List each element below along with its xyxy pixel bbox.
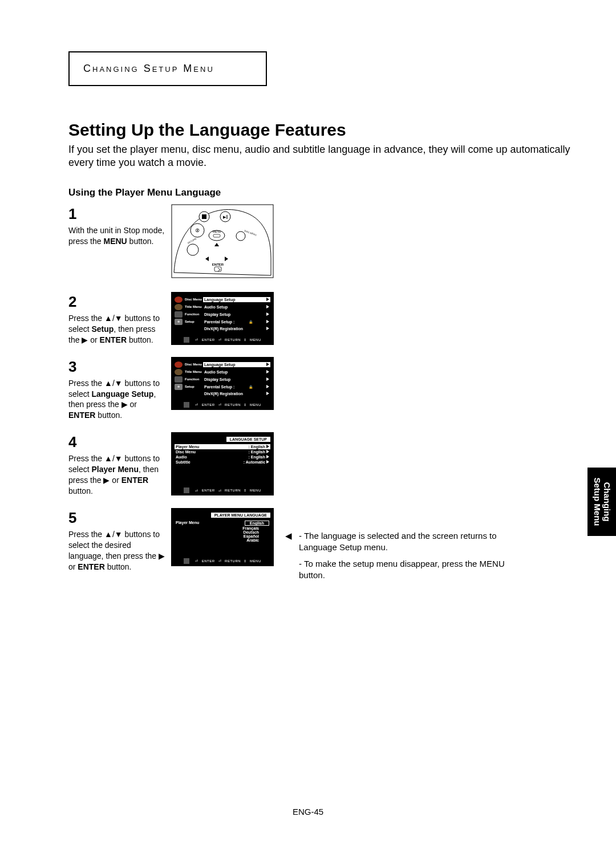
osd-item-audio-setup: Audio Setup <box>203 304 270 310</box>
osd-lang-espanol: Español <box>175 534 270 538</box>
intro-paragraph: If you set the player menu, disc menu, a… <box>68 143 582 170</box>
page-number: ENG-45 <box>0 807 616 816</box>
svg-text:MENU: MENU <box>213 230 221 233</box>
step-2-text: 2 Press the ▲/▼ buttons to select Setup,… <box>68 292 165 346</box>
svg-point-12 <box>236 231 245 241</box>
manual-page: Changing Setup Menu Setting Up the Langu… <box>0 0 616 845</box>
step-1: 1 With the unit in Stop mode, press the … <box>68 204 582 281</box>
disc-menu-icon <box>175 296 183 303</box>
dpad-icon <box>184 558 189 564</box>
left-arrow-icon: ◀ <box>285 530 299 542</box>
step-3-text: 3 Press the ▲/▼ buttons to select Langua… <box>68 357 165 421</box>
osd-setup-menu-2: Disc Menu Language Setup Title Menu Audi… <box>171 357 274 410</box>
osd-row-player-menu-label: Player Menu English <box>175 520 270 526</box>
section-subhead: Using the Player Menu Language <box>68 187 582 198</box>
step-3: 3 Press the ▲/▼ buttons to select Langua… <box>68 357 582 421</box>
osd-item-language-setup: Language Setup <box>203 362 270 367</box>
section-tab-line1: Changing <box>602 482 612 521</box>
osd-item-language-setup: Language Setup <box>203 297 270 302</box>
page-title: Setting Up the Language Features <box>68 120 582 140</box>
osd-item-display-setup: Display Setup <box>203 377 270 382</box>
section-tab: Changing Setup Menu <box>587 468 616 536</box>
svg-text:▶ǁ: ▶ǁ <box>223 215 228 219</box>
osd-footer: ⏎ENTER ⏎RETURN ≡MENU <box>175 402 270 408</box>
svg-point-10 <box>187 244 198 255</box>
osd-row-audio: Audio: English <box>175 454 270 460</box>
step-2: 2 Press the ▲/▼ buttons to select Setup,… <box>68 292 582 346</box>
osd-row-player-menu: Player Menu: English <box>175 444 270 449</box>
dpad-icon <box>184 337 189 343</box>
osd-row-disc-menu: Disc Menu: English <box>175 449 270 454</box>
osd-language-setup: LANGUAGE SETUP Player Menu: English Disc… <box>171 432 274 495</box>
note-1: The language is selected and the screen … <box>299 531 497 552</box>
title-menu-icon <box>175 304 183 310</box>
remote-illustration: ▶ǁ ⦿ MENU RETURN DISC MENU ENTER <box>171 204 274 281</box>
osd-footer: ⏎ENTER ⏎RETURN ≡MENU <box>175 488 270 493</box>
osd-header-player-menu-lang: PLAYER MENU LANGUAGE <box>211 513 270 518</box>
step-4-text: 4 Press the ▲/▼ buttons to select Player… <box>68 432 165 497</box>
note-2: To make the setup menu disappear, press … <box>299 559 505 580</box>
disc-menu-icon <box>175 361 183 368</box>
osd-item-divx: DivX(R) Registration <box>203 391 270 396</box>
step-1-number: 1 <box>68 204 165 224</box>
osd-footer: ⏎ENTER ⏎RETURN ≡MENU <box>175 558 270 564</box>
svg-text:ENTER: ENTER <box>212 263 224 266</box>
setup-icon: ✻ <box>175 319 183 325</box>
osd-item-divx: DivX(R) Registration <box>203 326 270 331</box>
osd-row-subtitle: Subtitle: Automatic <box>175 460 270 465</box>
function-icon <box>175 311 183 318</box>
osd-footer: ⏎ENTER ⏎RETURN ≡MENU <box>175 337 270 343</box>
osd-lang-deutsch: Deutsch <box>175 530 270 534</box>
osd-item-audio-setup: Audio Setup <box>203 369 270 375</box>
dpad-icon <box>184 402 189 408</box>
svg-rect-2 <box>202 214 206 219</box>
osd-item-display-setup: Display Setup <box>203 312 270 317</box>
step-4-number: 4 <box>68 432 165 452</box>
title-menu-icon <box>175 369 183 375</box>
step-5-text: 5 Press the ▲/▼ buttons to select the de… <box>68 508 165 572</box>
section-tab-line2: Setup Menu <box>593 478 602 526</box>
step-5-number: 5 <box>68 508 165 528</box>
dpad-icon <box>184 488 189 493</box>
chapter-heading: Changing Setup Menu <box>83 63 214 74</box>
step-1-text: 1 With the unit in Stop mode, press the … <box>68 204 165 247</box>
step-3-number: 3 <box>68 357 165 377</box>
setup-icon: ✻ <box>175 384 183 390</box>
osd-lang-francais: Français <box>175 526 270 530</box>
osd-item-parental-setup: Parental Setup : <box>203 319 270 324</box>
osd-lang-arabic: Arabic <box>175 538 270 542</box>
osd-player-menu-language: PLAYER MENU LANGUAGE Player Menu English… <box>171 508 274 566</box>
step-2-number: 2 <box>68 292 165 312</box>
result-notes: ◀ - The language is selected and the scr… <box>285 530 530 586</box>
svg-text:⦿: ⦿ <box>195 228 200 233</box>
osd-header-language-setup: LANGUAGE SETUP <box>226 437 270 442</box>
osd-setup-menu: Disc Menu Language Setup Title Menu Audi… <box>171 292 274 345</box>
chapter-heading-box: Changing Setup Menu <box>68 51 267 86</box>
step-4: 4 Press the ▲/▼ buttons to select Player… <box>68 432 582 497</box>
function-icon <box>175 376 183 383</box>
remote-svg: ▶ǁ ⦿ MENU RETURN DISC MENU ENTER <box>171 204 274 278</box>
osd-item-parental-setup: Parental Setup : <box>203 384 270 389</box>
